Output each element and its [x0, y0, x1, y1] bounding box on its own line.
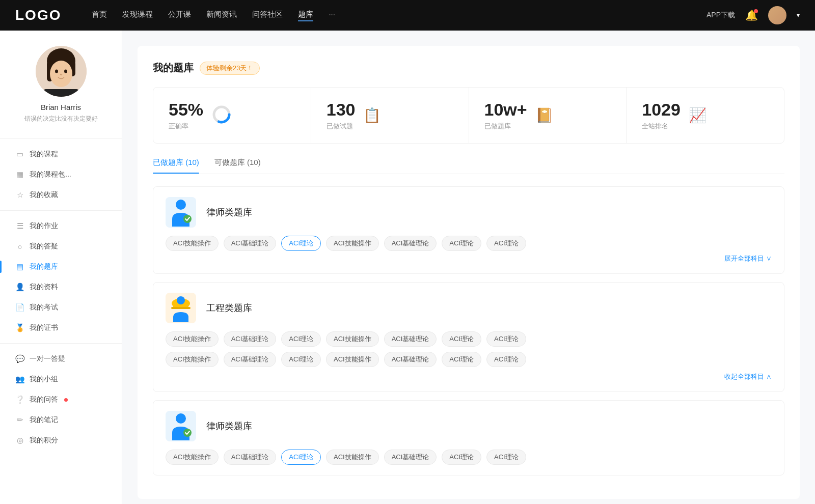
bank-tag[interactable]: ACI技能操作	[326, 352, 379, 367]
sidebar-item-homework[interactable]: ☰ 我的作业	[0, 216, 122, 236]
bank-tag[interactable]: ACI基础理论	[224, 352, 277, 367]
bank-tag[interactable]: ACI技能操作	[166, 236, 219, 251]
sidebar-item-my-course[interactable]: ▭ 我的课程	[0, 144, 122, 164]
logo[interactable]: LOGO	[15, 7, 61, 23]
sidebar-item-course-package[interactable]: ▦ 我的课程包...	[0, 164, 122, 185]
nav-qa[interactable]: 问答社区	[252, 10, 283, 21]
sidebar-item-label: 我的资料	[30, 283, 58, 292]
nav-home[interactable]: 首页	[92, 10, 107, 21]
tab-available-banks[interactable]: 可做题库 (10)	[214, 158, 261, 174]
bank-tag[interactable]: ACI技能操作	[166, 450, 219, 465]
stat-done-questions-number: 130	[327, 100, 356, 120]
bank-tag[interactable]: ACI理论	[486, 236, 526, 251]
app-download-button[interactable]: APP下载	[707, 11, 735, 20]
bank-tag[interactable]: ACI基础理论	[384, 331, 437, 347]
group-icon: 👥	[15, 375, 24, 384]
avatar-svg	[36, 46, 87, 97]
avatar[interactable]	[768, 6, 786, 24]
bank-item-header: 工程类题库	[166, 293, 772, 323]
svg-point-4	[50, 61, 72, 87]
page-title: 我的题库	[153, 61, 194, 75]
bank-tag[interactable]: ACI理论	[442, 236, 481, 251]
bank-tags-row2-engineer: ACI技能操作 ACI基础理论 ACI理论 ACI技能操作 ACI基础理论 AC…	[166, 352, 772, 367]
stat-done-questions-label: 已做试题	[327, 122, 356, 131]
chevron-down-icon[interactable]: ▾	[797, 12, 800, 19]
nav-discover[interactable]: 发现课程	[122, 10, 153, 21]
sidebar-item-points[interactable]: ◎ 我的积分	[0, 430, 122, 451]
sidebar-item-one-on-one[interactable]: 💬 一对一答疑	[0, 349, 122, 369]
sidebar-item-label: 我的小组	[30, 375, 58, 384]
trial-badge: 体验剩余23天！	[200, 62, 260, 75]
bank-name-lawyer-2: 律师类题库	[206, 420, 252, 432]
bank-tag[interactable]: ACI理论	[442, 352, 481, 367]
nav-more[interactable]: ···	[329, 10, 335, 21]
bank-tag[interactable]: ACI基础理论	[224, 236, 277, 251]
bank-tag[interactable]: ACI理论	[486, 450, 526, 465]
engineer-svg	[168, 294, 194, 322]
sidebar-item-label: 我的收藏	[30, 190, 58, 200]
donut-svg	[211, 104, 232, 125]
collapse-button-engineer[interactable]: 收起全部科目 ∧	[166, 372, 772, 381]
sidebar-item-label: 我的课程	[30, 150, 58, 159]
main-layout: Brian Harris 错误的决定比没有决定要好 ▭ 我的课程 ▦ 我的课程包…	[0, 31, 815, 504]
bank-tag[interactable]: ACI技能操作	[326, 450, 379, 465]
lawyer-svg	[168, 199, 194, 227]
bank-tag-active[interactable]: ACI理论	[281, 450, 321, 465]
nav-news[interactable]: 新闻资讯	[206, 10, 237, 21]
svg-point-6	[64, 70, 67, 73]
bank-item-lawyer-2: 律师类题库 ACI技能操作 ACI基础理论 ACI理论 ACI技能操作 ACI基…	[153, 400, 784, 475]
bank-tag-active[interactable]: ACI理论	[281, 236, 321, 251]
expand-button-lawyer-1[interactable]: 展开全部科目 ∨	[166, 254, 772, 263]
sidebar-item-questions[interactable]: ❔ 我的问答	[0, 389, 122, 410]
notes-icon: ✏	[15, 415, 24, 425]
bank-icon-lawyer	[166, 197, 196, 228]
stat-done-banks-content: 10w+ 已做题库	[484, 100, 527, 131]
bank-tag[interactable]: ACI技能操作	[166, 331, 219, 347]
sidebar-item-label: 我的答疑	[30, 242, 58, 251]
sidebar-item-question-bank[interactable]: ▤ 我的题库	[0, 257, 122, 277]
bank-tag[interactable]: ACI理论	[281, 331, 321, 347]
stat-ranking-label: 全站排名	[642, 122, 681, 131]
sidebar-item-profile[interactable]: 👤 我的资料	[0, 277, 122, 297]
sidebar-divider-3	[0, 343, 122, 344]
sidebar-item-label: 一对一答疑	[30, 354, 65, 363]
bank-tag[interactable]: ACI基础理论	[384, 236, 437, 251]
bank-icon-engineer	[166, 293, 196, 323]
sidebar-item-label: 我的问答	[30, 395, 58, 404]
notification-dot	[754, 9, 758, 13]
bank-tag[interactable]: ACI理论	[442, 331, 481, 347]
bank-tag[interactable]: ACI技能操作	[326, 331, 379, 347]
svg-point-15	[177, 296, 185, 304]
sidebar-item-group[interactable]: 👥 我的小组	[0, 369, 122, 389]
sidebar-item-exam[interactable]: 📄 我的考试	[0, 297, 122, 318]
bank-name-engineer: 工程类题库	[206, 302, 252, 314]
exam-icon: 📄	[15, 303, 24, 312]
sidebar-avatar	[36, 46, 87, 97]
nav-open-course[interactable]: 公开课	[168, 10, 191, 21]
nav-question-bank[interactable]: 题库	[298, 10, 313, 21]
sidebar-item-qa[interactable]: ○ 我的答疑	[0, 236, 122, 257]
bank-tag[interactable]: ACI基础理论	[384, 450, 437, 465]
stat-accuracy-content: 55% 正确率	[169, 100, 203, 131]
tab-done-banks[interactable]: 已做题库 (10)	[153, 158, 199, 174]
sidebar-item-notes[interactable]: ✏ 我的笔记	[0, 410, 122, 430]
bank-tag[interactable]: ACI理论	[486, 331, 526, 347]
bank-tag[interactable]: ACI基础理论	[224, 331, 277, 347]
bank-tag[interactable]: ACI理论	[281, 352, 321, 367]
bank-tag[interactable]: ACI理论	[486, 352, 526, 367]
sidebar-item-label: 我的课程包...	[30, 170, 71, 179]
bank-tag[interactable]: ACI理论	[442, 450, 481, 465]
question-icon: ❔	[15, 395, 24, 404]
sidebar-profile: Brian Harris 错误的决定比没有决定要好	[0, 46, 122, 133]
sidebar-item-favorites[interactable]: ☆ 我的收藏	[0, 185, 122, 205]
bank-tags-lawyer-2: ACI技能操作 ACI基础理论 ACI理论 ACI技能操作 ACI基础理论 AC…	[166, 450, 772, 465]
notification-bell[interactable]: 🔔	[745, 9, 758, 21]
bank-tag[interactable]: ACI基础理论	[384, 352, 437, 367]
bank-tag[interactable]: ACI基础理论	[224, 450, 277, 465]
course-package-icon: ▦	[15, 170, 24, 179]
bank-tag[interactable]: ACI技能操作	[166, 352, 219, 367]
bank-tag[interactable]: ACI技能操作	[326, 236, 379, 251]
sidebar-item-certificate[interactable]: 🏅 我的证书	[0, 318, 122, 338]
course-icon: ▭	[15, 150, 24, 159]
bank-tags-row1-engineer: ACI技能操作 ACI基础理论 ACI理论 ACI技能操作 ACI基础理论 AC…	[166, 331, 772, 347]
